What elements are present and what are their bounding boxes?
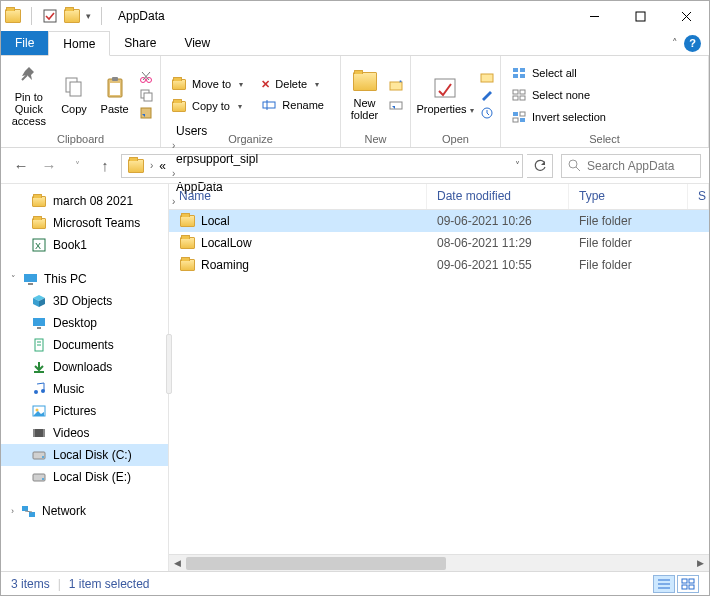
- sidebar-network[interactable]: ›Network: [1, 500, 168, 522]
- breadcrumb-item[interactable]: Users: [172, 124, 262, 138]
- column-name[interactable]: Name: [169, 184, 427, 209]
- table-row[interactable]: Local09-06-2021 10:26File folder: [169, 210, 709, 232]
- new-folder-button[interactable]: New folder: [347, 67, 382, 123]
- properties-button[interactable]: Properties: [417, 73, 473, 118]
- sidebar-this-pc[interactable]: ˅This PC: [1, 268, 168, 290]
- sidebar-item[interactable]: Desktop: [1, 312, 168, 334]
- chevron-icon[interactable]: ›: [11, 506, 14, 516]
- move-to-button[interactable]: Move to: [167, 74, 251, 94]
- invert-selection-button[interactable]: Invert selection: [507, 107, 610, 127]
- sidebar-item[interactable]: Microsoft Teams: [1, 212, 168, 234]
- tab-home-label: Home: [63, 37, 95, 51]
- easy-access-icon[interactable]: [388, 96, 404, 112]
- sidebar-item[interactable]: Videos: [1, 422, 168, 444]
- icons-view-button[interactable]: [677, 575, 699, 593]
- splitter-handle[interactable]: [166, 334, 172, 394]
- row-name: Roaming: [201, 258, 249, 272]
- group-new-label: New: [347, 131, 404, 146]
- svg-rect-68: [689, 579, 694, 583]
- tab-file[interactable]: File: [1, 31, 48, 55]
- forward-button[interactable]: →: [37, 154, 61, 178]
- pin-quick-access-button[interactable]: Pin to Quick access: [7, 61, 51, 129]
- select-none-button[interactable]: Select none: [507, 85, 610, 105]
- group-clipboard-label: Clipboard: [7, 131, 154, 146]
- refresh-button[interactable]: [527, 154, 553, 178]
- details-view-button[interactable]: [653, 575, 675, 593]
- sidebar-item-label: Pictures: [53, 404, 96, 418]
- sidebar-item[interactable]: Local Disk (C:): [1, 444, 168, 466]
- select-none-icon: [511, 87, 527, 103]
- sidebar-item[interactable]: Local Disk (E:): [1, 466, 168, 488]
- column-size[interactable]: S: [688, 184, 709, 209]
- help-button[interactable]: ?: [684, 35, 701, 52]
- svg-rect-35: [520, 112, 525, 116]
- tab-view[interactable]: View: [170, 31, 224, 55]
- copy-button[interactable]: Copy: [57, 73, 92, 117]
- search-input[interactable]: Search AppData: [561, 154, 701, 178]
- scroll-left-button[interactable]: ◀: [169, 555, 186, 572]
- tab-share[interactable]: Share: [110, 31, 170, 55]
- svg-rect-0: [44, 10, 56, 22]
- history-icon[interactable]: [479, 105, 495, 121]
- row-date: 09-06-2021 10:26: [427, 214, 569, 228]
- paste-shortcut-icon[interactable]: [138, 105, 154, 121]
- qat-checkbox[interactable]: [42, 9, 58, 23]
- edit-icon[interactable]: [479, 87, 495, 103]
- select-all-icon: [511, 65, 527, 81]
- tab-home[interactable]: Home: [48, 31, 110, 56]
- sidebar-item[interactable]: Music: [1, 378, 168, 400]
- nav-bar: ← → ˅ ↑ › « Users›erpsupport_sipl›AppDat…: [1, 148, 709, 183]
- up-button[interactable]: ↑: [93, 154, 117, 178]
- chevron-right-icon[interactable]: ›: [172, 140, 175, 151]
- scroll-thumb[interactable]: [186, 557, 446, 570]
- chevron-right-icon[interactable]: ›: [150, 160, 153, 171]
- folder-icon: [31, 215, 47, 231]
- breadcrumb-prefix[interactable]: «: [155, 159, 170, 173]
- maximize-button[interactable]: [617, 1, 663, 31]
- new-item-icon[interactable]: *: [388, 78, 404, 94]
- cut-icon[interactable]: [138, 69, 154, 85]
- sidebar-item[interactable]: Downloads: [1, 356, 168, 378]
- copy-to-button[interactable]: Copy to: [167, 96, 251, 116]
- table-row[interactable]: LocalLow08-06-2021 11:29File folder: [169, 232, 709, 254]
- qat-overflow[interactable]: ▾: [86, 11, 91, 21]
- column-type[interactable]: Type: [569, 184, 688, 209]
- rename-button[interactable]: Rename: [257, 95, 334, 115]
- chevron-right-icon[interactable]: ›: [172, 168, 175, 179]
- select-all-label: Select all: [532, 67, 577, 79]
- table-row[interactable]: Roaming09-06-2021 10:55File folder: [169, 254, 709, 276]
- folder-icon: [179, 235, 195, 251]
- sidebar-item[interactable]: XBook1: [1, 234, 168, 256]
- column-date[interactable]: Date modified: [427, 184, 569, 209]
- svg-rect-62: [29, 512, 35, 517]
- delete-button[interactable]: ✕Delete: [257, 76, 334, 93]
- sidebar-item[interactable]: 3D Objects: [1, 290, 168, 312]
- open-icon[interactable]: [479, 69, 495, 85]
- tab-share-label: Share: [124, 36, 156, 50]
- breadcrumb[interactable]: › « Users›erpsupport_sipl›AppData› ˅: [121, 154, 523, 178]
- separator: [101, 7, 102, 25]
- back-button[interactable]: ←: [9, 154, 33, 178]
- svg-point-38: [569, 160, 577, 168]
- breadcrumb-dropdown[interactable]: ˅: [515, 160, 520, 171]
- scroll-right-button[interactable]: ▶: [692, 555, 709, 572]
- copy-path-icon[interactable]: [138, 87, 154, 103]
- ribbon: Pin to Quick access Copy Paste: [1, 56, 709, 148]
- chevron-icon[interactable]: ˅: [11, 274, 16, 284]
- close-button[interactable]: [663, 1, 709, 31]
- horizontal-scrollbar[interactable]: ◀ ▶: [169, 554, 709, 571]
- ribbon-collapse-icon[interactable]: ˄: [672, 37, 678, 50]
- breadcrumb-item[interactable]: erpsupport_sipl: [172, 152, 262, 166]
- paste-button[interactable]: Paste: [97, 73, 132, 117]
- sidebar-item[interactable]: Pictures: [1, 400, 168, 422]
- row-type: File folder: [569, 236, 709, 250]
- recent-locations-button[interactable]: ˅: [65, 154, 89, 178]
- sidebar-item[interactable]: Documents: [1, 334, 168, 356]
- sidebar-item-label: Local Disk (E:): [53, 470, 131, 484]
- select-all-button[interactable]: Select all: [507, 63, 610, 83]
- minimize-button[interactable]: [571, 1, 617, 31]
- new-folder-icon: [351, 69, 379, 95]
- status-item-count: 3 items: [11, 577, 50, 591]
- sidebar-item[interactable]: march 08 2021: [1, 190, 168, 212]
- svg-rect-55: [33, 429, 35, 437]
